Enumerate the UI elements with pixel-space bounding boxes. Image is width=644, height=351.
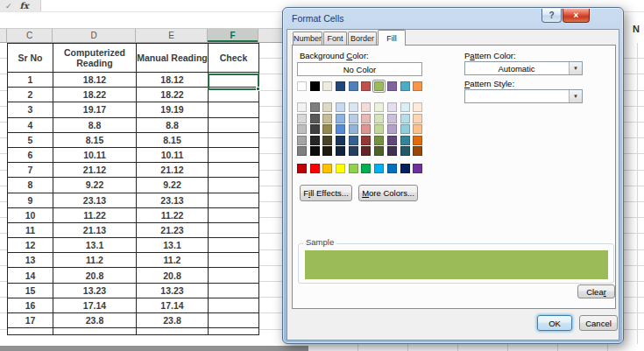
table-cell[interactable]: [209, 193, 259, 207]
table-cell[interactable]: 12: [8, 238, 53, 253]
chevron-down-icon[interactable]: ▼: [569, 62, 582, 74]
fill-handle[interactable]: [256, 87, 260, 91]
table-cell[interactable]: 3: [8, 102, 53, 117]
color-swatch[interactable]: [361, 124, 371, 134]
pattern-color-dropdown[interactable]: Automatic ▼: [464, 61, 583, 75]
color-swatch[interactable]: [336, 124, 345, 134]
tab-border[interactable]: Border: [348, 32, 377, 45]
table-cell[interactable]: [209, 328, 259, 335]
table-cell[interactable]: [209, 178, 259, 193]
color-swatch[interactable]: [349, 102, 358, 112]
color-swatch[interactable]: [349, 146, 358, 156]
color-swatch[interactable]: [361, 114, 371, 123]
table-cell[interactable]: 17.14: [53, 298, 137, 312]
column-header-f-selected[interactable]: F: [208, 29, 258, 42]
table-cell[interactable]: 17.14: [137, 298, 209, 312]
color-swatch[interactable]: [336, 81, 345, 91]
insert-function-fx-icon[interactable]: fx: [20, 1, 29, 11]
table-cell[interactable]: 5: [8, 132, 53, 147]
color-swatch[interactable]: [322, 114, 332, 123]
table-cell[interactable]: 23.13: [53, 193, 137, 207]
dialog-title[interactable]: Format Cells: [292, 13, 344, 24]
color-swatch[interactable]: [349, 124, 358, 134]
tab-fill[interactable]: Fill: [378, 30, 406, 46]
table-cell[interactable]: 1: [8, 73, 53, 88]
color-swatch[interactable]: [336, 146, 345, 156]
fill-effects-button[interactable]: Fill Effects...: [300, 185, 352, 201]
table-cell[interactable]: [209, 117, 259, 132]
color-swatch[interactable]: [322, 124, 332, 134]
table-cell[interactable]: 19.17: [53, 102, 137, 117]
no-color-button[interactable]: No Color: [297, 62, 422, 76]
table-cell[interactable]: 9.22: [53, 178, 137, 193]
color-swatch[interactable]: [361, 136, 371, 145]
table-cell[interactable]: 13.1: [137, 238, 209, 253]
color-swatch[interactable]: [374, 102, 384, 112]
table-cell[interactable]: 18.22: [137, 88, 209, 102]
color-swatch[interactable]: [336, 114, 345, 123]
table-cell[interactable]: [209, 253, 259, 268]
color-swatch[interactable]: [387, 136, 397, 145]
table-cell[interactable]: 11.2: [137, 253, 209, 268]
color-swatch[interactable]: [400, 164, 410, 173]
table-cell[interactable]: 10.11: [53, 147, 137, 162]
table-header-cell[interactable]: Manual Reading: [137, 44, 209, 73]
color-swatch[interactable]: [297, 164, 307, 173]
color-swatch[interactable]: [297, 114, 307, 123]
color-swatch[interactable]: [361, 102, 371, 112]
table-cell[interactable]: 13.1: [53, 238, 137, 253]
color-swatch[interactable]: [400, 146, 410, 156]
table-cell[interactable]: 13.23: [137, 283, 209, 298]
color-swatch[interactable]: [310, 102, 320, 112]
color-swatch[interactable]: [413, 81, 422, 91]
table-cell[interactable]: [209, 207, 259, 222]
column-header-e[interactable]: E: [136, 29, 208, 42]
table-cell[interactable]: 10.11: [137, 147, 209, 162]
table-cell[interactable]: 8.8: [53, 117, 137, 132]
table-cell[interactable]: 21.12: [53, 163, 137, 178]
cancel-button[interactable]: Cancel: [579, 315, 618, 331]
color-swatch[interactable]: [310, 136, 320, 145]
color-swatch[interactable]: [322, 81, 332, 91]
color-swatch[interactable]: [297, 102, 307, 112]
color-swatch[interactable]: [400, 114, 410, 123]
table-cell[interactable]: 21.12: [137, 163, 209, 178]
color-swatch[interactable]: [336, 102, 345, 112]
color-swatch[interactable]: [400, 124, 410, 134]
color-swatch[interactable]: [413, 124, 422, 134]
table-cell[interactable]: 8.15: [53, 132, 137, 147]
table-cell[interactable]: 7: [8, 163, 53, 178]
color-swatch[interactable]: [361, 81, 371, 91]
table-cell[interactable]: 11.22: [53, 207, 137, 222]
table-cell[interactable]: [209, 132, 259, 147]
color-swatch[interactable]: [297, 146, 307, 156]
table-cell[interactable]: [209, 298, 259, 312]
column-header-d[interactable]: D: [53, 29, 136, 42]
close-button[interactable]: ×: [563, 9, 590, 23]
table-cell[interactable]: [209, 222, 259, 237]
table-header-cell[interactable]: Check: [209, 44, 259, 73]
color-swatch[interactable]: [387, 81, 397, 91]
table-cell[interactable]: 4: [8, 117, 53, 132]
table-cell[interactable]: 11.22: [137, 207, 209, 222]
table-cell[interactable]: 21.13: [53, 222, 137, 237]
color-swatch[interactable]: [413, 102, 422, 112]
table-cell[interactable]: 18.12: [137, 73, 209, 88]
color-swatch[interactable]: [387, 102, 397, 112]
table-cell[interactable]: 20.8: [53, 268, 137, 283]
table-cell[interactable]: [209, 147, 259, 162]
color-swatch[interactable]: [374, 164, 384, 173]
tab-font[interactable]: Font: [323, 32, 347, 45]
chevron-down-icon[interactable]: ▼: [569, 90, 582, 102]
column-header-c[interactable]: C: [7, 29, 53, 42]
pattern-style-dropdown[interactable]: ▼: [464, 89, 583, 103]
color-swatch[interactable]: [361, 164, 371, 173]
table-cell[interactable]: [209, 102, 259, 117]
color-swatch[interactable]: [336, 164, 345, 173]
color-swatch[interactable]: [413, 146, 422, 156]
table-cell[interactable]: [137, 328, 209, 335]
table-cell[interactable]: 8: [8, 178, 53, 193]
color-swatch[interactable]: [413, 164, 422, 173]
color-swatch[interactable]: [374, 136, 384, 145]
color-swatch[interactable]: [387, 164, 397, 173]
